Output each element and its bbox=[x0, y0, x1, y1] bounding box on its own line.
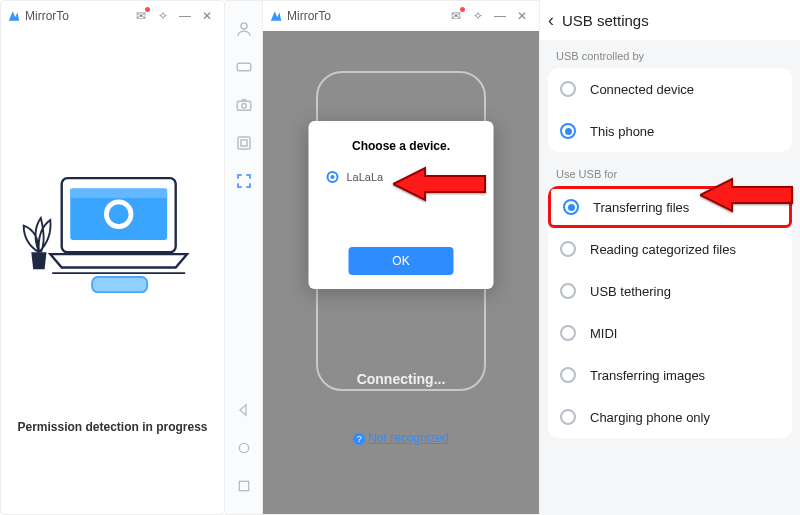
opt-charging-only[interactable]: Charging phone only bbox=[548, 396, 792, 438]
app-title: MirrorTo bbox=[25, 9, 69, 23]
device-name: LaLaLa bbox=[347, 171, 384, 183]
modal-title: Choose a device. bbox=[327, 139, 476, 153]
close-icon[interactable]: ✕ bbox=[196, 9, 218, 23]
opt-reading-categorized[interactable]: Reading categorized files bbox=[548, 228, 792, 270]
titlebar-2: MirrorTo ✉ ✧ — ✕ bbox=[263, 1, 539, 31]
usb-for-card: Transferring files Reading categorized f… bbox=[548, 186, 792, 438]
svg-point-12 bbox=[241, 104, 246, 109]
help-icon: ? bbox=[353, 433, 365, 445]
mail-icon[interactable]: ✉ bbox=[130, 9, 152, 23]
home-nav-icon[interactable] bbox=[234, 438, 254, 458]
camera-icon[interactable] bbox=[234, 95, 254, 115]
mail-icon[interactable]: ✉ bbox=[445, 9, 467, 23]
close-icon[interactable]: ✕ bbox=[511, 9, 533, 23]
mirrorto-window-2: MirrorTo ✉ ✧ — ✕ Connecting... ?Not reco… bbox=[225, 0, 540, 515]
keyboard-icon[interactable] bbox=[234, 57, 254, 77]
radio-icon bbox=[560, 241, 576, 257]
user-icon[interactable] bbox=[234, 19, 254, 39]
titlebar: MirrorTo ✉ ✧ — ✕ bbox=[1, 1, 224, 31]
radio-selected-icon bbox=[563, 199, 579, 215]
status-caption: Permission detection in progress bbox=[1, 406, 224, 514]
choose-device-modal: Choose a device. LaLaLa OK bbox=[309, 121, 494, 289]
minimize-icon[interactable]: — bbox=[489, 9, 511, 23]
settings-header: ‹ USB settings bbox=[540, 0, 800, 40]
radio-icon bbox=[560, 325, 576, 341]
svg-point-6 bbox=[241, 23, 247, 29]
opt-this-phone[interactable]: This phone bbox=[548, 110, 792, 152]
svg-rect-14 bbox=[241, 140, 247, 146]
minimize-icon[interactable]: — bbox=[174, 9, 196, 23]
section-label-2: Use USB for bbox=[540, 158, 800, 186]
illustration bbox=[1, 31, 224, 406]
radio-icon bbox=[560, 283, 576, 299]
svg-rect-13 bbox=[238, 137, 250, 149]
ok-button[interactable]: OK bbox=[349, 247, 454, 275]
radio-icon bbox=[560, 81, 576, 97]
radio-icon bbox=[560, 367, 576, 383]
mirrorto-window-1: MirrorTo ✉ ✧ — ✕ Permission bbox=[0, 0, 225, 515]
section-label-1: USB controlled by bbox=[540, 40, 800, 68]
app-title: MirrorTo bbox=[287, 9, 331, 23]
side-rail bbox=[225, 0, 263, 515]
svg-rect-2 bbox=[70, 188, 167, 198]
back-icon[interactable]: ‹ bbox=[548, 10, 554, 31]
fullscreen-icon[interactable] bbox=[234, 171, 254, 191]
radio-selected-icon bbox=[327, 171, 339, 183]
svg-rect-7 bbox=[237, 63, 251, 71]
usb-controlled-card: Connected device This phone bbox=[548, 68, 792, 152]
svg-rect-16 bbox=[239, 481, 248, 490]
pin-icon[interactable]: ✧ bbox=[467, 9, 489, 23]
device-option[interactable]: LaLaLa bbox=[327, 171, 476, 183]
opt-connected-device[interactable]: Connected device bbox=[548, 68, 792, 110]
usb-settings-screen: ‹ USB settings USB controlled by Connect… bbox=[540, 0, 800, 515]
svg-rect-5 bbox=[92, 276, 147, 291]
back-nav-icon[interactable] bbox=[234, 400, 254, 420]
connecting-label: Connecting... bbox=[263, 371, 539, 387]
opt-midi[interactable]: MIDI bbox=[548, 312, 792, 354]
recent-nav-icon[interactable] bbox=[234, 476, 254, 496]
svg-rect-11 bbox=[237, 101, 251, 110]
app-logo-icon bbox=[269, 9, 283, 23]
opt-transferring-files[interactable]: Transferring files bbox=[548, 186, 792, 228]
radio-selected-icon bbox=[560, 123, 576, 139]
opt-transferring-images[interactable]: Transferring images bbox=[548, 354, 792, 396]
pin-icon[interactable]: ✧ bbox=[152, 9, 174, 23]
svg-point-15 bbox=[239, 443, 248, 452]
opt-usb-tethering[interactable]: USB tethering bbox=[548, 270, 792, 312]
screenshot-icon[interactable] bbox=[234, 133, 254, 153]
settings-title: USB settings bbox=[562, 12, 649, 29]
app-logo-icon bbox=[7, 9, 21, 23]
not-recognized-link[interactable]: ?Not recognized bbox=[263, 431, 539, 445]
radio-icon bbox=[560, 409, 576, 425]
